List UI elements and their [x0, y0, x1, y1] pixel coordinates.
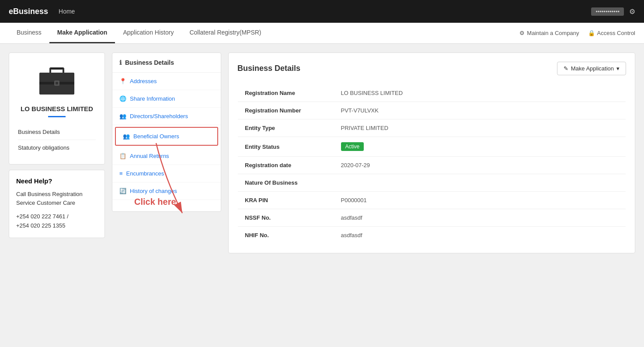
brand-logo: eBusiness [9, 7, 48, 16]
details-card: Business Details ✎ Make Application ▾ Re… [228, 53, 635, 253]
globe-icon: 🌐 [119, 95, 126, 102]
details-title: Business Details [237, 64, 300, 73]
nav-business[interactable]: Business [9, 23, 49, 43]
nav-application-history[interactable]: Application History [115, 23, 181, 43]
help-text: Call Business Registration Service Custo… [16, 190, 97, 207]
help-title: Need Help? [16, 177, 97, 185]
field-value: asdfasdf [334, 227, 626, 244]
table-row: NHIF No. asdfasdf [238, 227, 626, 244]
table-row: Registration Number PVT-V7ULVXK [238, 102, 626, 119]
field-label: Entity Type [238, 119, 334, 137]
top-bar: eBusiness Home •••••••••••• ⚙ [0, 0, 644, 23]
dropdown-arrow-icon: ▾ [616, 65, 620, 72]
center-panel: ℹ Business Details 📍 Addresses 🌐 Share I… [112, 53, 221, 253]
sidebar-item-share-information[interactable]: 🌐 Share Information [112, 90, 221, 108]
sec-nav-right: ⚙ Maintain a Company 🔒 Access Control [519, 30, 635, 36]
field-value: P0000001 [334, 192, 626, 209]
nav-maintain-company[interactable]: ⚙ Maintain a Company [519, 30, 579, 36]
gear-icon-small: ⚙ [519, 30, 525, 36]
nav-collateral-registry[interactable]: Collateral Registry(MPSR) [181, 23, 269, 43]
edit-icon: ✎ [564, 65, 568, 72]
list-icon: 📋 [119, 153, 126, 159]
help-phone: +254 020 222 7461 /+254 020 225 1355 [16, 212, 97, 231]
table-row: NSSF No. asdfasdf [238, 209, 626, 227]
sidebar-item-encumbrances[interactable]: ≡ Encumbrances [112, 165, 221, 182]
company-divider [48, 116, 66, 117]
field-label: NSSF No. [238, 209, 334, 227]
table-row: Registration Name LO BUSINESS LIMITED [238, 84, 626, 102]
sidebar-item-annual-returns[interactable]: 📋 Annual Returns [112, 147, 221, 165]
info-icon: ℹ [119, 59, 122, 66]
menu-statutory-obligations[interactable]: Statutory obligations [18, 140, 96, 155]
field-label: Entity Status [238, 137, 334, 157]
entity-status-cell: Active [334, 137, 626, 157]
left-panel: LO BUSINESS LIMITED Business Details Sta… [9, 53, 105, 253]
nav-make-application[interactable]: Make Application [49, 23, 115, 43]
sidebar-item-directors[interactable]: 👥 Directors/Shareholders [112, 108, 221, 125]
company-card: LO BUSINESS LIMITED Business Details Sta… [9, 53, 105, 165]
secondary-nav: Business Make Application Application Hi… [0, 23, 644, 44]
business-details-table: Registration Name LO BUSINESS LIMITED Re… [237, 84, 626, 244]
home-link[interactable]: Home [59, 8, 75, 15]
sidebar-item-addresses[interactable]: 📍 Addresses [112, 73, 221, 90]
top-bar-left: eBusiness Home [9, 7, 75, 16]
table-row: Registration date 2020-07-29 [238, 157, 626, 174]
user-display: •••••••••••• [591, 7, 624, 16]
field-label: NHIF No. [238, 227, 334, 244]
company-name: LO BUSINESS LIMITED [18, 105, 96, 112]
status-badge: Active [341, 142, 364, 151]
make-application-button[interactable]: ✎ Make Application ▾ [557, 62, 626, 75]
sidebar-card: ℹ Business Details 📍 Addresses 🌐 Share I… [112, 53, 221, 212]
details-header: Business Details ✎ Make Application ▾ [237, 62, 626, 75]
lines-icon: ≡ [119, 170, 123, 177]
field-label: Nature Of Business [238, 174, 334, 192]
field-label: KRA PIN [238, 192, 334, 209]
table-row: Nature Of Business [238, 174, 626, 192]
sidebar-item-beneficial-owners[interactable]: 👥 Beneficial Owners [115, 127, 218, 146]
field-value: 2020-07-29 [334, 157, 626, 174]
lock-icon: 🔒 [588, 30, 595, 36]
owners-icon: 👥 [123, 133, 130, 140]
people-icon: 👥 [119, 113, 126, 119]
field-value [334, 174, 626, 192]
field-value: PVT-V7ULVXK [334, 102, 626, 119]
svg-rect-7 [56, 82, 58, 84]
right-panel: Business Details ✎ Make Application ▾ Re… [228, 53, 635, 253]
gear-icon[interactable]: ⚙ [629, 7, 635, 16]
table-row: KRA PIN P0000001 [238, 192, 626, 209]
field-value: LO BUSINESS LIMITED [334, 84, 626, 102]
click-here-label: Click here [134, 197, 176, 207]
pin-icon: 📍 [119, 78, 126, 84]
table-row: Entity Type PRIVATE LIMITED [238, 119, 626, 137]
table-row: Entity Status Active [238, 137, 626, 157]
menu-business-details[interactable]: Business Details [18, 124, 96, 140]
briefcase-icon [35, 62, 79, 97]
help-card: Need Help? Call Business Registration Se… [9, 170, 105, 238]
field-label: Registration Name [238, 84, 334, 102]
sec-nav-left: Business Make Application Application Hi… [9, 23, 269, 43]
field-label: Registration date [238, 157, 334, 174]
main-content: LO BUSINESS LIMITED Business Details Sta… [0, 44, 644, 262]
nav-access-control[interactable]: 🔒 Access Control [588, 30, 635, 36]
field-value: asdfasdf [334, 209, 626, 227]
field-label: Registration Number [238, 102, 334, 119]
top-bar-right: •••••••••••• ⚙ [591, 7, 635, 16]
field-value: PRIVATE LIMITED [334, 119, 626, 137]
svg-rect-4 [51, 68, 63, 70]
sidebar-header: ℹ Business Details [112, 53, 221, 73]
refresh-icon: 🔄 [119, 188, 126, 194]
